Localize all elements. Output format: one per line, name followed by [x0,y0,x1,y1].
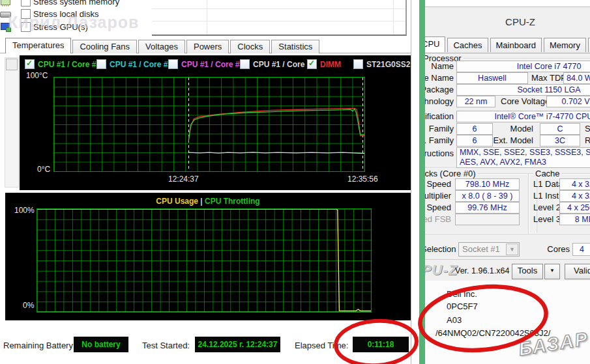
validate-button[interactable]: Validate [565,264,590,279]
revision-label: Revision [585,135,590,145]
cache-group-label: Cache [533,169,562,178]
scrollbar-thumb[interactable] [6,59,18,70]
stress-row: Stress local disks [0,8,98,20]
package-value: Socket 1150 LGA [456,84,590,96]
separator [425,259,590,260]
end-value-disk: 19 [368,148,376,158]
cpuz-tab-caches[interactable]: Caches [447,38,488,52]
l1-data-label: L1 Data [533,179,563,189]
stress-gpu-checkbox[interactable] [21,22,31,32]
vertical-scrollbar[interactable] [5,57,19,188]
memory-icon [0,0,10,6]
window-edge-divider [411,0,411,364]
legend-dimm-checkbox[interactable] [307,59,317,69]
throttling-end-value: 0% [391,303,402,313]
core-voltage-label: Core Voltage [501,96,550,106]
l3-label: Level 3 [533,214,561,224]
core-speed-value: 798.10 MHz [455,178,520,190]
cpu-usage-chart-panel: CPU Usage | CPU Throttling 100% 0% 1% 0% [5,193,411,320]
core-speed-label: Core Speed [425,179,451,189]
temperature-chart-panel: CPU #1 / Core #1 CPU #1 / Core #2 CPU #1… [20,55,411,190]
cpuz-tab-mainboard[interactable]: Mainboard [490,38,542,52]
ext-model-value: 3C [540,135,580,147]
stress-item-label: Stress GPU(s) [33,22,88,32]
instructions-label: Instructions [425,148,454,158]
legend-core1-checkbox[interactable] [25,59,35,69]
ext-family-label: Ext. Family [425,135,454,145]
cpuz-title: CPU-Z [425,16,590,27]
dmi-serial-line: /64NMQ02/CN7220042S03J2/ [435,328,550,338]
disk-icon [0,9,10,18]
test-started-label: Test Started: [142,341,190,350]
l1-inst-label: L1 Inst. [533,191,561,201]
model-label: Model [462,124,533,133]
dmi-line: 0PC5F7 [447,301,478,311]
rated-fsb-label: Rated FSB [425,214,451,224]
model-value: C [540,123,580,135]
l2-value: 4 x 256 [559,202,590,214]
family-label: Family [425,124,454,133]
y-max-label: 100°C [26,71,48,80]
cpuz-tab-bar: CPU Caches Mainboard Memory SPD Graphics [425,36,590,52]
legend-core4-checkbox[interactable] [240,59,250,69]
elapsed-value: 0:11:18 [353,337,409,352]
maxtdp-value: 84.0 W [563,72,590,84]
selection-label: Selection [425,244,456,254]
tools-dropdown-button[interactable]: ▼ [544,264,560,279]
battery-label: Remaining Battery: [3,341,76,350]
bus-speed-label: Bus Speed [425,203,451,212]
gpu-icon [0,22,10,31]
clocks-group-label: Clocks (Core #0) [425,169,478,178]
tab-powers[interactable]: Powers [186,40,229,53]
cpuz-tab-memory[interactable]: Memory [544,38,586,52]
battery-value: No battery [74,337,128,352]
bus-speed-value: 99.76 MHz [455,202,520,214]
l1-inst-value: 4 x 32 [559,190,590,202]
tab-cooling-fans[interactable]: Cooling Fans [72,40,137,53]
cores-label: Cores [498,244,570,254]
name-label: Name [425,61,454,71]
package-label: Package [425,85,454,94]
specification-label: Specification [425,111,454,121]
dmi-info-panel: Dell Inc. 0PC5F7 A03 /64NMQ02/CN7220042S… [425,281,590,364]
technology-value: 22 nm [456,96,495,107]
usage-y-min: 0% [23,301,34,310]
l1-data-value: 4 x 32 [559,178,590,190]
screenshot-root: Stress system memory Stress local disks … [0,0,590,364]
instructions-value: MMX, SSE, SSE2, SSE3, SSSE3, SSE4.1, S A… [456,147,590,168]
test-started-value: 24.12.2025 г. 12:24:37 [195,337,280,352]
tab-clocks[interactable]: Clocks [230,40,270,53]
codename-value: Haswell [456,72,528,84]
ext-model-label: Ext. Model [462,135,533,145]
legend-core3-checkbox[interactable] [168,59,178,69]
tab-temperatures[interactable]: Temperatures [5,38,71,53]
dmi-line: Dell Inc. [447,289,477,299]
background-strip [419,0,425,364]
rated-fsb-value [455,214,520,225]
tab-statistics[interactable]: Statistics [271,40,319,53]
stress-item-label: Stress system memory [33,0,119,7]
tab-voltages[interactable]: Voltages [138,40,185,53]
legend-disk-checkbox[interactable] [353,59,363,69]
cpuz-tab-cpu[interactable]: CPU [425,36,445,52]
stress-local-disks-checkbox[interactable] [21,9,31,19]
end-value-core1: 39 [368,130,376,139]
legend-dimm: DIMM [307,59,341,69]
stress-row: Stress system memory [0,0,119,7]
elapsed-label: Elapsed Time: [295,341,348,350]
legend-core1: CPU #1 / Core #1 [25,59,100,69]
tools-button[interactable]: Tools [512,264,543,279]
l3-value: 8 MB [559,214,590,225]
time-end-label: 12:35:56 [347,175,378,184]
legend-core2-checkbox[interactable] [96,59,106,69]
empty-results-table [152,0,407,36]
cpuz-logo: CPU-Z [425,262,458,279]
stress-system-memory-checkbox[interactable] [21,0,31,7]
codename-label: Code Name [425,73,454,83]
time-start-label: 12:24:37 [168,175,199,184]
y-min-label: 0°C [37,165,50,174]
usage-chart-title: CPU Usage | CPU Throttling [5,197,411,206]
multiplier-value: x 8.0 ( 8 - 39 ) [455,190,520,202]
specification-value: Intel® Core™ i7-4770 CPU @ [456,111,590,122]
stress-item-label: Stress local disks [33,9,98,19]
